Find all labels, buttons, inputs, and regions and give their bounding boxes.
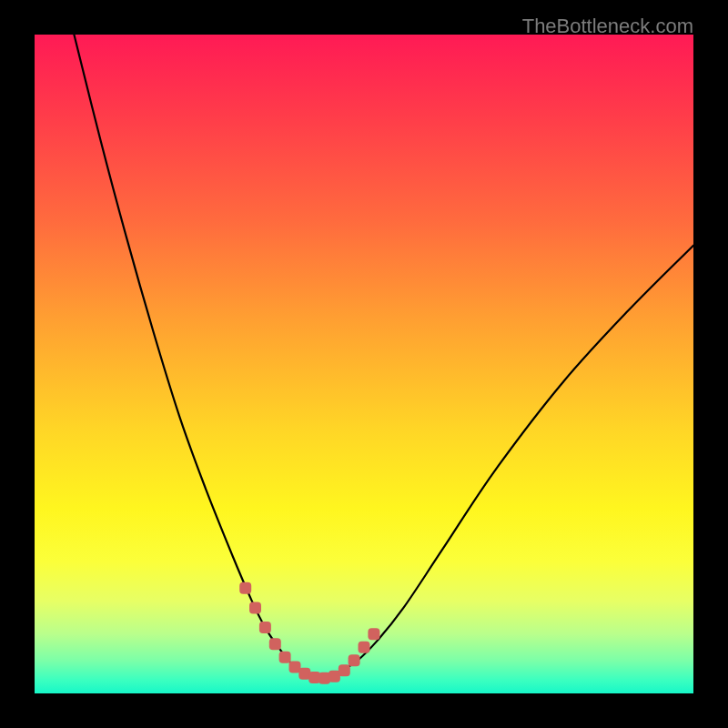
chart-frame: TheBottleneck.com (0, 0, 728, 728)
curve-marker (339, 664, 350, 676)
curve-svg-layer (35, 35, 693, 693)
marker-group (239, 582, 379, 684)
curve-marker (239, 582, 251, 594)
bottleneck-curve-left (74, 35, 318, 678)
bottleneck-curve-right (318, 246, 693, 679)
curve-marker (359, 642, 370, 653)
curve-marker (269, 638, 281, 650)
curve-marker (368, 628, 379, 640)
curve-marker (279, 652, 291, 663)
curve-marker (249, 602, 261, 613)
curve-marker (259, 622, 271, 633)
curve-marker (349, 654, 360, 666)
